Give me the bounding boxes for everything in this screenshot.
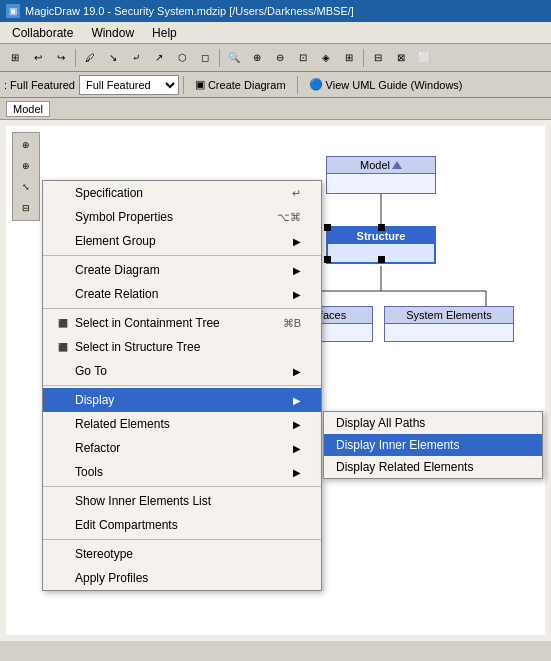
- sub-ctx-display-inner-elements[interactable]: Display Inner Elements: [324, 434, 542, 456]
- toolbar-btn-14[interactable]: ◈: [315, 48, 337, 68]
- create-relation-arrow: ▶: [293, 289, 301, 300]
- sub-ctx-display-all-paths[interactable]: Display All Paths: [324, 412, 542, 434]
- diagram-tool-2[interactable]: ⊕: [15, 156, 37, 176]
- handle-bl: [324, 256, 331, 263]
- display-inner-elements-label: Display Inner Elements: [336, 438, 459, 452]
- select-containment-shortcut: ⌘B: [283, 317, 301, 330]
- related-elements-icon: [55, 416, 71, 432]
- apply-profiles-icon: [55, 570, 71, 586]
- create-diagram-arrow: ▶: [293, 265, 301, 276]
- toolbar-sep-4: [183, 76, 184, 94]
- diagram-tool-3[interactable]: ⤡: [15, 177, 37, 197]
- system-elements-label: System Elements: [406, 309, 492, 321]
- ctx-related-elements[interactable]: Related Elements ▶: [43, 412, 321, 436]
- title-text: MagicDraw 19.0 - Security System.mdzip […: [25, 5, 354, 17]
- ctx-specification[interactable]: Specification ↵: [43, 181, 321, 205]
- ctx-select-structure[interactable]: ⬛ Select in Structure Tree: [43, 335, 321, 359]
- diagram-tool-4[interactable]: ⊟: [15, 198, 37, 218]
- toolbar-btn-9[interactable]: ◻: [194, 48, 216, 68]
- toolbar-btn-19[interactable]: ▣ Create Diagram: [188, 75, 293, 95]
- ctx-refactor[interactable]: Refactor ▶: [43, 436, 321, 460]
- model-label: Model: [360, 159, 390, 171]
- ctx-create-diagram[interactable]: Create Diagram ▶: [43, 258, 321, 282]
- toolbar-btn-6[interactable]: ⤶: [125, 48, 147, 68]
- ctx-tools-label: Tools: [75, 465, 103, 479]
- breadcrumb-bar: Model: [0, 98, 551, 120]
- toolbar-btn-17[interactable]: ⊠: [390, 48, 412, 68]
- ctx-apply-profiles-label: Apply Profiles: [75, 571, 148, 585]
- sub-ctx-display-related-elements[interactable]: Display Related Elements: [324, 456, 542, 478]
- ctx-sep-2: [43, 308, 321, 309]
- go-to-arrow: ▶: [293, 366, 301, 377]
- ctx-tools[interactable]: Tools ▶: [43, 460, 321, 484]
- toolbar-sep-2: [219, 49, 220, 67]
- toolbar-btn-1[interactable]: ⊞: [4, 48, 26, 68]
- ctx-select-containment[interactable]: ⬛ Select in Containment Tree ⌘B: [43, 311, 321, 335]
- ctx-apply-profiles[interactable]: Apply Profiles: [43, 566, 321, 590]
- specification-icon: [55, 185, 71, 201]
- toolbar-btn-16[interactable]: ⊟: [367, 48, 389, 68]
- create-relation-icon: [55, 286, 71, 302]
- app-icon: ▣: [6, 4, 20, 18]
- toolbar-btn-3[interactable]: ↪: [50, 48, 72, 68]
- symbol-properties-shortcut: ⌥⌘: [277, 211, 301, 224]
- ctx-select-structure-label: Select in Structure Tree: [75, 340, 200, 354]
- ctx-stereotype[interactable]: Stereotype: [43, 542, 321, 566]
- toolbar-strip-1: ⊞ ↩ ↪ 🖊 ↘ ⤶ ↗ ⬡ ◻ 🔍 ⊕ ⊖ ⊡ ◈ ⊞ ⊟ ⊠ ⬜: [0, 44, 551, 72]
- ctx-show-inner-elements-list[interactable]: Show Inner Elements List: [43, 489, 321, 513]
- toolbar-btn-5[interactable]: ↘: [102, 48, 124, 68]
- menu-help[interactable]: Help: [144, 24, 185, 42]
- toolbar-sep-1: [75, 49, 76, 67]
- view-uml-icon: 🔵: [309, 78, 323, 91]
- ctx-show-inner-elements-label: Show Inner Elements List: [75, 494, 211, 508]
- ctx-edit-compartments-label: Edit Compartments: [75, 518, 178, 532]
- ctx-specification-label: Specification: [75, 186, 143, 200]
- ctx-sep-4: [43, 486, 321, 487]
- toolbar-btn-10[interactable]: 🔍: [223, 48, 245, 68]
- refactor-icon: [55, 440, 71, 456]
- profile-select[interactable]: Full Featured: [79, 75, 179, 95]
- uml-system-elements-box[interactable]: System Elements: [384, 306, 514, 342]
- toolbar-btn-11[interactable]: ⊕: [246, 48, 268, 68]
- ctx-stereotype-label: Stereotype: [75, 547, 133, 561]
- toolbar-btn-15[interactable]: ⊞: [338, 48, 360, 68]
- create-diagram-icon: ▣: [195, 78, 205, 91]
- toolbar-btn-4[interactable]: 🖊: [79, 48, 101, 68]
- select-containment-icon: ⬛: [55, 315, 71, 331]
- ctx-display[interactable]: Display ▶: [43, 388, 321, 412]
- diagram-tool-1[interactable]: ⊕: [15, 135, 37, 155]
- ctx-edit-compartments[interactable]: Edit Compartments: [43, 513, 321, 537]
- profile-label: : Full Featured: [4, 79, 75, 91]
- ctx-element-group-label: Element Group: [75, 234, 156, 248]
- create-diagram-ctx-icon: [55, 262, 71, 278]
- ctx-sep-5: [43, 539, 321, 540]
- tools-icon: [55, 464, 71, 480]
- ctx-element-group[interactable]: Element Group ▶: [43, 229, 321, 253]
- ctx-select-containment-label: Select in Containment Tree: [75, 316, 220, 330]
- related-elements-arrow: ▶: [293, 419, 301, 430]
- display-related-elements-label: Display Related Elements: [336, 460, 473, 474]
- handle-br: [378, 256, 385, 263]
- toolbar-btn-12[interactable]: ⊖: [269, 48, 291, 68]
- uml-model-box[interactable]: Model: [326, 156, 436, 194]
- main-area: ⊕ ⊕ ⤡ ⊟ Model: [0, 120, 551, 641]
- ctx-create-relation[interactable]: Create Relation ▶: [43, 282, 321, 306]
- toolbar-btn-2[interactable]: ↩: [27, 48, 49, 68]
- menu-collaborate[interactable]: Collaborate: [4, 24, 81, 42]
- menu-bar: Collaborate Window Help: [0, 22, 551, 44]
- symbol-properties-icon: [55, 209, 71, 225]
- uml-system-elements-header: System Elements: [385, 307, 513, 324]
- refactor-arrow: ▶: [293, 443, 301, 454]
- menu-window[interactable]: Window: [83, 24, 142, 42]
- ctx-go-to[interactable]: Go To ▶: [43, 359, 321, 383]
- ctx-symbol-properties[interactable]: Symbol Properties ⌥⌘: [43, 205, 321, 229]
- go-to-icon: [55, 363, 71, 379]
- toolbar-btn-13[interactable]: ⊡: [292, 48, 314, 68]
- toolbar-btn-18[interactable]: ⬜: [413, 48, 435, 68]
- ctx-related-elements-label: Related Elements: [75, 417, 170, 431]
- element-group-icon: [55, 233, 71, 249]
- toolbar-btn-20[interactable]: 🔵 View UML Guide (Windows): [302, 75, 470, 95]
- toolbar-btn-7[interactable]: ↗: [148, 48, 170, 68]
- toolbar-btn-8[interactable]: ⬡: [171, 48, 193, 68]
- model-breadcrumb-tag[interactable]: Model: [6, 101, 50, 117]
